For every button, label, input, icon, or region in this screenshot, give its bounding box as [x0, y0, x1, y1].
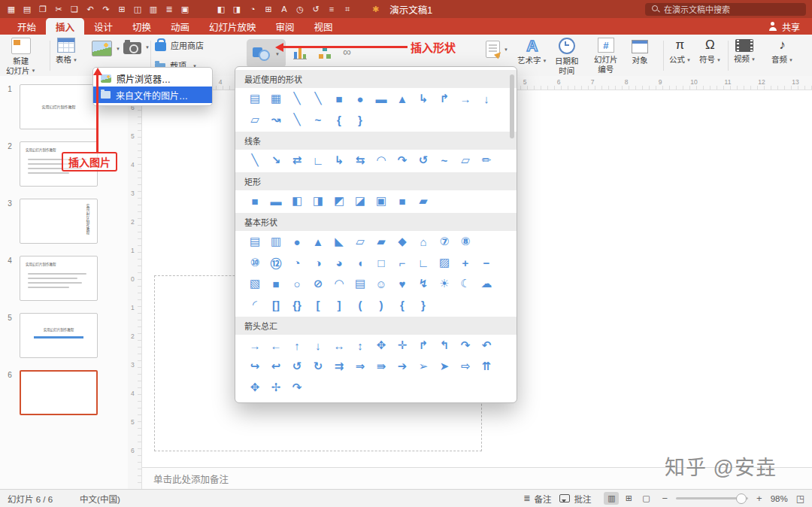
chart-icon[interactable] [293, 47, 307, 59]
menubar-icon[interactable]: ◧ [216, 0, 226, 18]
shape-icon[interactable]: ◆ [392, 232, 413, 250]
shape-icon[interactable]: ╲ [308, 90, 329, 108]
view-button[interactable]: ⊞ [621, 492, 636, 505]
shape-icon[interactable]: ↰ [434, 336, 455, 354]
shape-icon[interactable]: ] [329, 296, 350, 314]
shape-icon[interactable]: ( [350, 296, 371, 314]
shape-icon[interactable]: ◨ [308, 192, 329, 210]
menubar-icon[interactable]: ✂ [53, 0, 64, 18]
shape-icon[interactable]: ◠ [371, 151, 392, 169]
shape-icon[interactable]: ▲ [308, 232, 329, 250]
shape-icon[interactable]: ⊘ [308, 275, 329, 293]
menubar-icon[interactable]: ❏ [69, 0, 80, 18]
shape-icon[interactable]: ▤ [244, 232, 265, 250]
menubar-icon[interactable]: ≡ [326, 0, 337, 18]
shape-icon[interactable]: ⇉ [329, 357, 350, 375]
shape-icon[interactable]: ↓ [308, 336, 329, 354]
shape-icon[interactable]: ⑦ [434, 232, 455, 250]
menubar-icon[interactable]: ⊞ [117, 0, 127, 18]
shape-icon[interactable]: ⇆ [350, 151, 371, 169]
ribbon-tab[interactable]: 插入 [46, 18, 84, 35]
shape-icon[interactable]: ● [350, 90, 371, 108]
shape-icon[interactable]: − [476, 254, 497, 272]
shape-icon[interactable]: ⌂ [413, 232, 434, 250]
menubar-icon[interactable]: ↷ [101, 0, 111, 18]
shape-icon[interactable]: [ [308, 296, 329, 314]
ribbon-tab[interactable]: 幻灯片放映 [199, 18, 266, 35]
shape-icon[interactable]: ↯ [413, 275, 434, 293]
shape-icon[interactable]: ⇈ [476, 357, 497, 375]
view-button[interactable]: ▥ [604, 492, 619, 505]
search-input[interactable]: 在演示文稿中搜索 [645, 3, 806, 16]
ribbon-tab[interactable]: 动画 [161, 18, 199, 35]
shape-icon[interactable]: ⑩ [244, 254, 265, 272]
shape-icon[interactable]: ☁ [476, 275, 497, 293]
shape-icon[interactable]: ↪ [244, 357, 265, 375]
menu-item[interactable]: 来自文件的图片… [93, 87, 212, 103]
shape-icon[interactable]: ■ [244, 192, 265, 210]
picture-button[interactable] [92, 41, 120, 56]
shape-icon[interactable]: ← [265, 336, 286, 354]
shape-icon[interactable]: ◧ [286, 192, 308, 210]
shape-icon[interactable]: ⑫ [265, 254, 286, 272]
slide-thumbnail-5[interactable]: 实用幻灯片制作教程 [20, 313, 98, 358]
app-store-button[interactable]: 应用商店 [155, 39, 204, 51]
shape-icon[interactable]: ~ [308, 111, 329, 129]
video-button[interactable]: 视频 [734, 38, 756, 64]
menubar-icon[interactable]: ↺ [311, 0, 321, 18]
shape-icon[interactable]: ↺ [413, 151, 434, 169]
shape-icon[interactable]: ↓ [476, 90, 497, 108]
shape-icon[interactable]: ▬ [371, 90, 392, 108]
shape-icon[interactable]: ▣ [371, 192, 392, 210]
shape-icon[interactable]: ✥ [371, 336, 392, 354]
text-box-button[interactable] [486, 41, 508, 58]
new-slide-button[interactable]: 新建 幻灯片 [6, 38, 35, 75]
menubar-icon[interactable]: ◷ [295, 0, 305, 18]
shape-icon[interactable]: ╲ [286, 111, 308, 129]
shape-icon[interactable]: ◜ [244, 296, 265, 314]
shape-icon[interactable]: ◑ [308, 254, 329, 272]
shape-icon[interactable]: ↱ [434, 90, 455, 108]
shape-icon[interactable]: ● [286, 232, 308, 250]
shape-icon[interactable]: } [350, 111, 371, 129]
zoom-slider[interactable] [676, 497, 748, 499]
shape-icon[interactable]: ∟ [308, 151, 329, 169]
shape-icon[interactable]: ⇒ [350, 357, 371, 375]
shape-icon[interactable]: ↷ [392, 151, 413, 169]
wordart-button[interactable]: A 艺术字 [517, 38, 547, 65]
menubar-icon[interactable]: ↶ [85, 0, 95, 18]
shape-icon[interactable]: { [329, 111, 350, 129]
shape-icon[interactable]: → [455, 90, 476, 108]
language-indicator[interactable]: 中文(中国) [80, 493, 120, 505]
ribbon-tab[interactable]: 视图 [304, 18, 343, 35]
menubar-icon[interactable]: ⊞ [263, 0, 274, 18]
shape-icon[interactable]: ↷ [455, 336, 476, 354]
shape-icon[interactable]: ○ [286, 275, 308, 293]
shape-icon[interactable]: ♥ [392, 275, 413, 293]
shape-icon[interactable]: [] [265, 296, 286, 314]
shape-icon[interactable]: ▲ [392, 90, 413, 108]
shape-icon[interactable]: ▰ [413, 192, 434, 210]
ribbon-tab[interactable]: 切换 [123, 18, 161, 35]
shape-icon[interactable]: { [392, 296, 413, 314]
shape-icon[interactable]: ▤ [244, 90, 265, 108]
shape-icon[interactable]: ▱ [350, 232, 371, 250]
shape-icon[interactable]: ╲ [244, 151, 265, 169]
shape-icon[interactable]: → [244, 336, 265, 354]
zoom-slider-knob[interactable] [736, 493, 747, 504]
shape-icon[interactable]: ◔ [286, 254, 308, 272]
view-button[interactable]: ▢ [638, 492, 653, 505]
slide-thumbnail-4[interactable]: 实用幻灯片制作教程 [20, 256, 98, 301]
object-button[interactable]: 对象 [632, 38, 648, 65]
shape-icon[interactable]: ⑧ [455, 232, 476, 250]
shape-icon[interactable]: ↳ [329, 151, 350, 169]
shape-icon[interactable]: ∟ [413, 254, 434, 272]
shape-icon[interactable]: + [455, 254, 476, 272]
shape-icon[interactable]: ▨ [434, 254, 455, 272]
shape-icon[interactable]: ↑ [286, 336, 308, 354]
shape-icon[interactable]: ⇨ [455, 357, 476, 375]
shape-icon[interactable]: ▬ [265, 192, 286, 210]
shape-icon[interactable]: ▱ [244, 111, 265, 129]
menubar-icon[interactable]: ❐ [38, 0, 48, 18]
shape-icon[interactable]: ☺ [371, 275, 392, 293]
